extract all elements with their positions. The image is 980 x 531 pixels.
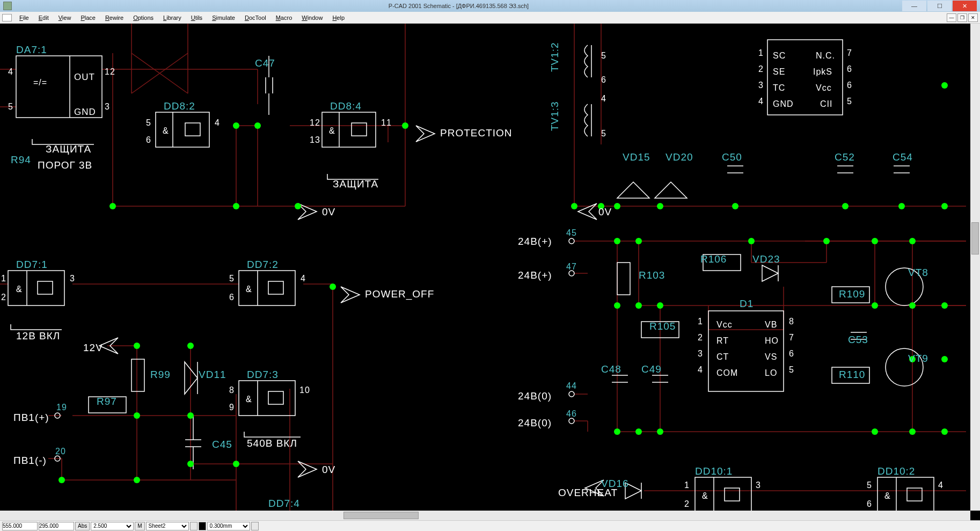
svg-point-52 xyxy=(187,412,194,419)
h-scroll-thumb[interactable] xyxy=(343,512,419,519)
svg-point-84 xyxy=(941,82,948,89)
svg-point-77 xyxy=(909,302,916,309)
svg-point-51 xyxy=(187,343,194,349)
svg-point-46 xyxy=(330,283,336,290)
menu-library[interactable]: Library xyxy=(159,13,186,22)
label-TV1-3: TV1:3 xyxy=(549,101,560,131)
label-TV1-2: TV1:2 xyxy=(549,42,560,72)
svg-rect-4 xyxy=(185,123,200,136)
horizontal-scrollbar[interactable] xyxy=(0,511,970,520)
status-y[interactable] xyxy=(39,522,74,530)
ic-tc: TC xyxy=(773,83,785,92)
svg-point-56 xyxy=(571,203,577,209)
doc-icon xyxy=(2,14,12,21)
label-DD8-2: DD8:2 xyxy=(164,100,195,112)
svg-text:&: & xyxy=(884,491,891,500)
menu-window[interactable]: Window xyxy=(297,13,327,22)
vertical-scrollbar[interactable] xyxy=(970,24,980,511)
svg-text:7: 7 xyxy=(789,333,794,342)
menu-options[interactable]: Options xyxy=(129,13,158,22)
svg-text:13: 13 xyxy=(310,135,320,144)
label-540bvkl: 540B ВКЛ xyxy=(247,438,297,449)
net-poweroff: POWER_OFF xyxy=(365,288,434,300)
mdi-close[interactable]: ✕ xyxy=(968,13,978,22)
svg-point-39 xyxy=(569,391,574,397)
ic-ipks: IpkS xyxy=(813,67,832,76)
label-VD23: VD23 xyxy=(752,253,780,265)
status-bar: Abs 2.500 M Sheet2 0.300mm xyxy=(0,520,980,531)
svg-text:3: 3 xyxy=(758,81,764,90)
svg-text:47: 47 xyxy=(566,262,577,271)
label-R99: R99 xyxy=(150,369,171,380)
svg-text:5: 5 xyxy=(601,129,606,138)
label-DD7-1: DD7:1 xyxy=(16,259,48,270)
menu-edit[interactable]: Edit xyxy=(34,13,53,22)
svg-text:&: & xyxy=(329,126,335,135)
menu-help[interactable]: Help xyxy=(328,13,349,22)
svg-text:9: 9 xyxy=(229,403,235,412)
menu-place[interactable]: Place xyxy=(76,13,100,22)
label-porog: ПОРОГ 3В xyxy=(38,159,92,171)
svg-point-50 xyxy=(134,477,140,483)
status-x[interactable] xyxy=(2,522,38,530)
menu-utils[interactable]: Utils xyxy=(187,13,207,22)
svg-point-37 xyxy=(569,238,574,244)
mdi-minimize[interactable]: — xyxy=(947,13,956,22)
menu-doctool[interactable]: DocTool xyxy=(240,13,270,22)
svg-rect-16 xyxy=(268,391,283,404)
net-pv1m: ПВ1(-) xyxy=(13,455,47,466)
svg-text:8: 8 xyxy=(789,317,794,326)
d1-vs: VS xyxy=(765,352,777,361)
svg-point-49 xyxy=(134,412,140,419)
net-24bp-2: 24B(+) xyxy=(518,270,552,281)
ic-se: SE xyxy=(773,67,785,76)
svg-point-64 xyxy=(657,302,663,309)
svg-text:5: 5 xyxy=(601,51,606,60)
svg-point-38 xyxy=(569,271,574,276)
status-grid-select[interactable]: 2.500 xyxy=(91,522,134,530)
v-scroll-thumb[interactable] xyxy=(971,222,979,254)
svg-rect-28 xyxy=(617,263,630,295)
svg-text:=/=: =/= xyxy=(33,78,47,87)
svg-text:7: 7 xyxy=(847,48,852,57)
svg-text:6: 6 xyxy=(229,293,235,302)
menu-simulate[interactable]: Simulate xyxy=(208,13,239,22)
svg-text:2: 2 xyxy=(758,64,764,74)
status-color-2[interactable] xyxy=(199,522,206,530)
maximize-button[interactable]: ☐ xyxy=(927,1,952,11)
label-R97: R97 xyxy=(97,396,117,407)
label-R109: R109 xyxy=(839,288,865,300)
net-overheat: OVERHEAT xyxy=(558,487,618,498)
minimize-button[interactable]: — xyxy=(902,1,926,11)
pin-gnd: GND xyxy=(74,107,96,117)
svg-rect-25 xyxy=(907,488,922,501)
ic-vccp: Vcc xyxy=(816,83,832,92)
svg-text:1: 1 xyxy=(758,48,764,57)
svg-text:4: 4 xyxy=(938,481,944,490)
svg-point-80 xyxy=(872,428,878,435)
svg-text:2: 2 xyxy=(698,333,703,342)
net-pv1p: ПВ1(+) xyxy=(13,412,49,423)
svg-text:6: 6 xyxy=(847,81,852,90)
menu-view[interactable]: View xyxy=(54,13,76,22)
status-width-select[interactable]: 0.300mm xyxy=(207,522,250,530)
svg-text:44: 44 xyxy=(566,381,577,390)
net-12v: 12V xyxy=(83,342,103,353)
status-m-button[interactable]: M xyxy=(135,522,144,530)
label-C53: C53 xyxy=(848,334,868,345)
menu-rewire[interactable]: Rewire xyxy=(101,13,128,22)
svg-point-72 xyxy=(748,238,755,244)
close-button[interactable]: ✕ xyxy=(953,1,977,11)
menu-macro[interactable]: Macro xyxy=(272,13,297,22)
mdi-restore[interactable]: ❐ xyxy=(957,13,967,22)
status-color-1[interactable] xyxy=(190,522,198,530)
label-zashita: ЗАЩИТА xyxy=(46,143,91,155)
schematic-canvas[interactable]: DA7:1 DD8:2 DD8:4 DD7:1 DD7:2 DD7:3 DD7:… xyxy=(0,24,980,520)
menu-file[interactable]: File xyxy=(15,13,33,22)
svg-point-83 xyxy=(941,356,948,362)
status-misc[interactable] xyxy=(251,522,259,530)
svg-point-40 xyxy=(569,418,574,424)
status-sheet-select[interactable]: Sheet2 xyxy=(146,522,189,530)
svg-text:6: 6 xyxy=(847,64,852,74)
status-mode-button[interactable]: Abs xyxy=(75,522,90,530)
